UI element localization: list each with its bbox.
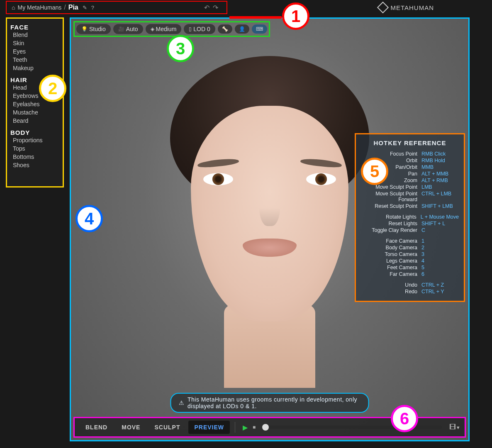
sidebar-item-teeth[interactable]: Teeth — [10, 56, 59, 64]
clay-toggle[interactable]: 👤 — [235, 24, 249, 34]
hotkey-key: 5 — [421, 265, 459, 270]
quality-pill[interactable]: ◈ Medium — [146, 24, 182, 34]
help-icon[interactable]: ? — [91, 5, 94, 11]
sidebar: FACE Blend Skin Eyes Teeth Makeup HAIR H… — [6, 17, 64, 187]
hotkey-label: Feet Camera — [387, 265, 417, 270]
sidebar-item-proportions[interactable]: Proportions — [10, 136, 59, 144]
hotkey-key: RMB Hold — [421, 158, 459, 163]
mode-move[interactable]: MOVE — [116, 421, 146, 434]
sidebar-item-shoes[interactable]: Shoes — [10, 161, 59, 169]
hotkey-label: Redo — [405, 289, 417, 295]
hotkey-label: Torso Camera — [385, 251, 418, 257]
camera-label: Auto — [126, 26, 138, 32]
mode-preview[interactable]: PREVIEW — [188, 421, 230, 434]
keyboard-toggle[interactable]: ⌨ — [252, 24, 267, 34]
lod-icon: ▯ — [189, 26, 192, 32]
viewport-toolbar: 💡 Studio 🎥 Auto ◈ Medium ▯ LOD 0 🦴 👤 — [73, 21, 270, 37]
hotkey-title: HOTKEY REFERENCE — [361, 139, 459, 146]
top-bar: ⌂ My MetaHumans / Pia ✎ ? ↶ ↷ METAHUMAN — [0, 0, 492, 15]
breadcrumb-sep: / — [64, 4, 66, 11]
callout-3: 3 — [167, 35, 194, 62]
hotkey-key: SHIFT + LMB — [421, 203, 459, 209]
play-button[interactable]: ▶ — [243, 424, 248, 431]
hotkey-label: Legs Camera — [386, 258, 417, 264]
character-preview — [162, 56, 378, 346]
hotkey-row: RedoCTRL + Y — [361, 288, 459, 295]
undo-icon[interactable]: ↶ — [204, 4, 209, 12]
lightbulb-icon: 💡 — [81, 26, 88, 32]
hotkey-label: Far Camera — [390, 271, 417, 277]
sidebar-item-mustache[interactable]: Mustache — [10, 108, 59, 117]
sidebar-item-skin[interactable]: Skin — [10, 39, 59, 47]
breadcrumb-root[interactable]: My MetaHumans — [17, 4, 61, 11]
hotkey-label: Undo — [405, 282, 417, 288]
hotkey-label: Rotate Lights — [386, 214, 416, 220]
warning-text: This MetaHuman uses grooms currently in … — [188, 396, 361, 409]
hotkey-label: Orbit — [406, 158, 417, 163]
brand: METAHUMAN — [379, 0, 492, 15]
lighting-label: Studio — [89, 26, 106, 32]
hotkey-key: 6 — [421, 271, 459, 277]
camera-pill[interactable]: 🎥 Auto — [113, 24, 143, 34]
quality-label: Medium — [156, 26, 177, 32]
hotkey-key: LMB — [421, 184, 459, 190]
hotkey-row: Torso Camera3 — [361, 251, 459, 258]
lod-label: LOD 0 — [193, 26, 210, 32]
brand-logo-icon — [377, 2, 389, 13]
stop-button[interactable]: ■ — [253, 424, 256, 430]
hotkey-row: Far Camera6 — [361, 271, 459, 278]
viewport[interactable]: 💡 Studio 🎥 Auto ◈ Medium ▯ LOD 0 🦴 👤 — [70, 17, 470, 441]
lighting-pill[interactable]: 💡 Studio — [76, 24, 111, 34]
hotkey-label: Zoom — [404, 178, 417, 183]
keyboard-icon: ⌨ — [256, 26, 263, 32]
sidebar-section-body[interactable]: BODY — [10, 129, 59, 136]
sidebar-item-tops[interactable]: Tops — [10, 144, 59, 153]
sidebar-item-beard[interactable]: Beard — [10, 117, 59, 125]
hotkey-label: Face Camera — [386, 238, 417, 244]
edit-icon[interactable]: ✎ — [83, 5, 87, 11]
timeline-knob[interactable] — [262, 424, 269, 431]
camera-icon: 🎥 — [118, 26, 124, 32]
quality-icon: ◈ — [151, 26, 154, 32]
hotkey-row: Focus PointRMB Click — [361, 151, 459, 157]
hotkey-key: ALT + MMB — [421, 171, 459, 177]
bone-icon: 🦴 — [222, 26, 228, 32]
hotkey-row: Feet Camera5 — [361, 264, 459, 271]
mode-blend[interactable]: BLEND — [80, 421, 113, 434]
hotkey-label: Pan — [408, 171, 417, 177]
groom-warning: ⚠ This MetaHuman uses grooms currently i… — [170, 393, 369, 413]
hotkey-label: Toggle Clay Render — [372, 227, 417, 233]
redo-icon[interactable]: ↷ — [213, 4, 218, 12]
home-icon[interactable]: ⌂ — [12, 4, 15, 11]
hotkey-label: Reset Lights — [389, 221, 417, 226]
callout-6: 6 — [391, 405, 418, 432]
hotkey-key: 2 — [421, 245, 459, 251]
mode-sculpt[interactable]: SCULPT — [149, 421, 186, 434]
sidebar-item-eyes[interactable]: Eyes — [10, 47, 59, 56]
breadcrumb: ⌂ My MetaHumans / Pia ✎ ? ↶ ↷ — [6, 1, 227, 14]
hotkey-row: Reset LightsSHIFT + L — [361, 220, 459, 227]
hotkey-key: 1 — [421, 238, 459, 244]
hotkey-key: CTRL + Y — [421, 289, 459, 295]
animation-picker[interactable]: 🎞 ▾ — [449, 424, 460, 431]
hotkey-row: Face Camera1 — [361, 238, 459, 244]
sidebar-item-bottoms[interactable]: Bottoms — [10, 153, 59, 161]
sidebar-item-makeup[interactable]: Makeup — [10, 64, 59, 72]
sidebar-item-blend[interactable]: Blend — [10, 31, 59, 39]
lod-pill[interactable]: ▯ LOD 0 — [184, 24, 215, 34]
breadcrumb-current[interactable]: Pia — [68, 4, 78, 11]
hotkey-label: Move Sculpt Point — [375, 184, 417, 190]
sidebar-section-face[interactable]: FACE — [10, 24, 59, 31]
bone-toggle[interactable]: 🦴 — [218, 24, 232, 34]
hotkey-key: CTRL + LMB — [421, 191, 459, 202]
callout-2: 2 — [39, 75, 66, 102]
hotkey-key: ALT + RMB — [421, 178, 459, 183]
hotkey-label: Focus Point — [390, 151, 417, 157]
hotkey-row: Reset Sculpt PointSHIFT + LMB — [361, 203, 459, 209]
divider — [235, 422, 235, 433]
callout-1: 1 — [282, 2, 309, 30]
hotkey-key: 3 — [421, 251, 459, 257]
hotkey-key: CTRL + Z — [421, 282, 459, 288]
hotkey-key: 4 — [421, 258, 459, 264]
callout-5: 5 — [361, 158, 388, 185]
